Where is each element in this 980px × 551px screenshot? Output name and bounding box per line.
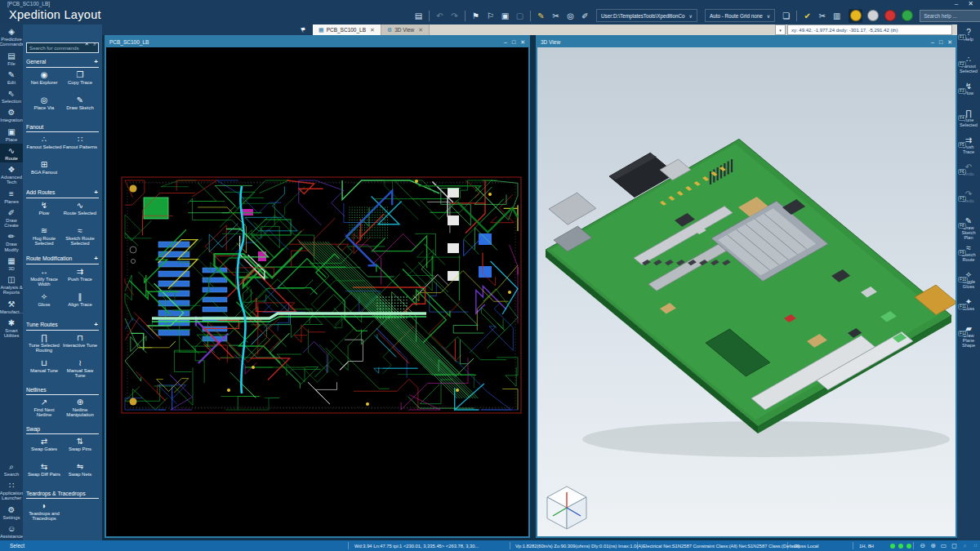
rail-item[interactable]: ❖ Advanced Tech <box>0 162 23 187</box>
gloss-status[interactable]: Gloss Local <box>794 540 818 551</box>
command-button[interactable]: ≋ Hug Route Selected <box>26 225 62 251</box>
rail-item[interactable]: ◈ Predictive Commands <box>0 24 23 49</box>
command-button[interactable]: ◎ Place Via <box>26 95 62 120</box>
rail-item[interactable]: ⌕ Search <box>0 460 23 478</box>
panel-section-header[interactable]: General + <box>26 56 99 68</box>
command-button[interactable]: ↯ Plow <box>26 200 62 225</box>
toolbar-icon[interactable]: ⚑ <box>470 9 482 22</box>
command-button[interactable]: ⊞ BGA Fanout <box>26 159 62 184</box>
zoom-icon-button[interactable]: ⊕ <box>929 541 938 550</box>
toolbar-icon[interactable]: ↷ <box>448 9 461 22</box>
command-button[interactable]: ◉ Net Explorer <box>26 69 62 95</box>
view3d-window-titlebar[interactable]: 3D View – □ ✕ <box>537 37 956 47</box>
layer-pair-status[interactable]: 1H, 8H <box>859 540 874 551</box>
close-icon[interactable]: ✕ <box>947 38 952 46</box>
panel-section-header[interactable]: Netlines <box>26 385 99 395</box>
toolbar-icon[interactable] <box>796 11 797 21</box>
toolbar-icon[interactable] <box>465 11 466 21</box>
rail-item[interactable]: ⚙ Settings <box>0 503 23 522</box>
minimize-icon[interactable]: – <box>504 38 507 46</box>
toolbar-icon[interactable]: ✔ <box>801 9 813 22</box>
rail-item[interactable]: ✏ Draw Modify <box>0 229 23 254</box>
toolbar-icon[interactable]: ✂ <box>816 9 828 22</box>
status-ball-button[interactable] <box>900 9 914 23</box>
coordinate-dropdown-caret[interactable]: ▾ <box>775 24 786 35</box>
toolbar-icon[interactable]: ▥ <box>831 9 843 22</box>
command-button[interactable]: ⇉ Push Trace <box>62 266 98 291</box>
command-button[interactable]: ∥ Align Trace <box>62 291 98 317</box>
rail-item[interactable]: ▦ 3D <box>0 254 23 273</box>
coordinate-readout[interactable]: xy: 49.42, -1,977.24 dxdy: -301.17, -5,2… <box>787 24 952 35</box>
rail-item[interactable]: ≡ Planes <box>0 187 23 206</box>
panel-section-header[interactable]: Tune Routes + <box>26 319 99 331</box>
maximize-icon[interactable]: □ <box>939 38 942 46</box>
toolbar-icon[interactable]: ↶ <box>434 9 446 22</box>
toolbar-icon[interactable]: ▣ <box>499 9 511 22</box>
maximize-icon[interactable]: □ <box>512 38 515 46</box>
pin-panel-icon[interactable]: ⚑ <box>299 25 308 34</box>
toolbar-icon[interactable]: ◎ <box>564 9 577 22</box>
tab-close-icon[interactable]: ✕ <box>370 27 375 33</box>
status-ball-button[interactable] <box>883 9 897 23</box>
rail-item[interactable]: ✎ Edit <box>0 68 23 87</box>
toolbar-icon[interactable]: ⚐ <box>484 9 497 22</box>
add-command-icon[interactable]: + <box>94 321 98 328</box>
toolbar-icon[interactable] <box>429 11 430 21</box>
zoom-icon-button[interactable]: ⌕ <box>960 541 969 550</box>
rail-shortcut-item[interactable]: ↶ F6 Undo <box>957 159 980 186</box>
tab-3d-view[interactable]: ⚙ 3D View ✕ <box>381 24 430 35</box>
rail-item[interactable]: ☺ Assistance <box>0 522 23 540</box>
add-command-icon[interactable]: + <box>94 255 98 262</box>
command-button[interactable]: ∏ Tune Selected Routing <box>26 332 62 358</box>
toolbar-icon[interactable]: ✐ <box>579 9 591 22</box>
toolbar-icon[interactable]: ❏ <box>780 9 792 22</box>
zoom-icon-button[interactable]: ⌗ <box>971 541 980 550</box>
command-button[interactable]: ↔ Modify Trace Width <box>26 266 62 291</box>
rail-item[interactable]: ✐ Draw Create <box>0 206 23 230</box>
rail-shortcut-item[interactable]: ? F1 Help <box>957 24 980 51</box>
pcb-window-titlebar[interactable]: PCB_SC100_LB – □ ✕ <box>106 37 528 47</box>
panel-section-header[interactable]: Teardrops & Tracedrops <box>26 489 99 499</box>
command-button[interactable]: ∿ Route Selected <box>62 200 98 225</box>
rail-item[interactable]: ⚙ Integration <box>0 105 23 124</box>
panel-section-header[interactable]: Fanout <box>26 122 99 132</box>
toolbar-icon[interactable]: ✎ <box>535 9 547 22</box>
clear-search-icon[interactable]: ✕ <box>85 41 89 47</box>
command-button[interactable]: ⊓ Interactive Tune <box>62 332 98 358</box>
pcb-canvas[interactable] <box>106 47 528 536</box>
command-button[interactable]: ∷ Fanout Patterns <box>62 134 98 159</box>
toolbar-icon[interactable]: ▤ <box>412 9 425 22</box>
command-button[interactable]: ⇄ Swap Gates <box>26 436 62 461</box>
panel-section-header[interactable]: Swap <box>26 424 99 434</box>
view3d-canvas[interactable] <box>537 47 956 536</box>
rail-shortcut-item[interactable]: ✧ F10 Toggle Gloss <box>957 267 980 294</box>
toolbar-icon[interactable]: ✂ <box>550 9 562 22</box>
panel-section-header[interactable]: Add Routes + <box>26 187 99 198</box>
command-button[interactable]: ∴ Fanout Selected <box>26 134 62 159</box>
add-command-icon[interactable]: + <box>94 189 98 196</box>
command-button[interactable]: ⊔ Manual Tune <box>26 358 62 383</box>
command-button[interactable]: ↗ Find Next Netline <box>26 397 62 422</box>
close-icon[interactable]: ✕ <box>520 38 525 46</box>
command-button[interactable]: ◗ Teardrops and Tracedrops <box>26 500 62 526</box>
command-button[interactable]: ✎ Draw Sketch <box>62 95 98 120</box>
rail-item[interactable]: ▣ Place <box>0 125 23 144</box>
rail-shortcut-item[interactable]: ⇉ F5 Push Trace <box>957 132 980 159</box>
minimize-icon[interactable]: – <box>931 38 934 46</box>
status-ball-button[interactable] <box>849 9 862 23</box>
toolbar-icon[interactable] <box>530 11 531 21</box>
toolbar-icon[interactable]: ▢ <box>514 9 526 22</box>
command-button[interactable]: ⇆ Swap Diff Pairs <box>26 461 62 487</box>
command-button[interactable]: ⇅ Swap Pins <box>62 436 98 461</box>
command-button[interactable]: ✧ Gloss <box>26 291 62 317</box>
command-button[interactable]: ❐ Copy Trace <box>62 69 98 95</box>
project-path-dropdown[interactable]: User:D:\TemplatesTools\XpeditionCo ∨ <box>596 9 697 22</box>
command-button[interactable]: ⇋ Swap Nets <box>62 461 98 487</box>
tab-pcb[interactable]: ▦ PCB_SC100_LB ✕ <box>313 24 381 35</box>
rail-item[interactable]: ∿ Route <box>0 144 23 162</box>
rail-shortcut-item[interactable]: ✎ F8 Draw Sketch Plan <box>957 213 980 240</box>
zoom-icon-button[interactable]: ▭ <box>939 541 948 550</box>
rail-item[interactable]: ⇖ Selection <box>0 87 23 105</box>
status-ball-button[interactable] <box>866 9 880 23</box>
rail-shortcut-item[interactable]: ∏ F4 Tune Selected <box>957 105 980 132</box>
